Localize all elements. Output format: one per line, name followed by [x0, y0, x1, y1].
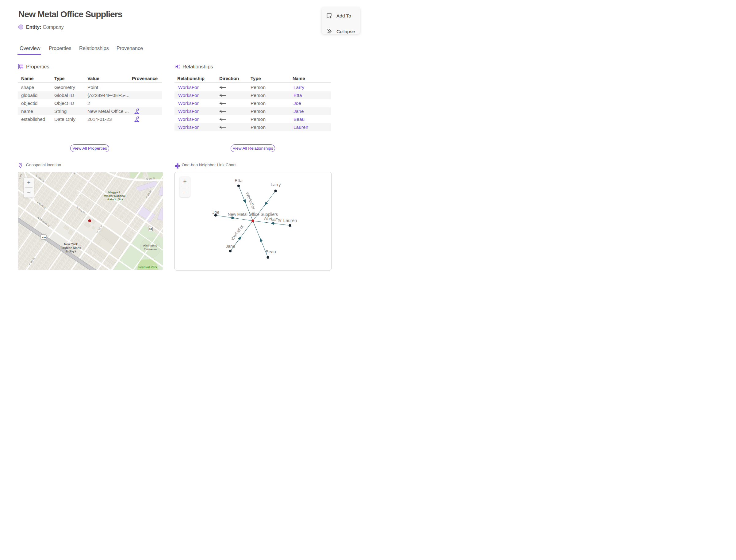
svg-text:New York: New York [64, 243, 78, 246]
svg-text:33: 33 [149, 228, 152, 231]
svg-text:Beau: Beau [266, 249, 276, 254]
svg-text:250: 250 [42, 236, 46, 239]
svg-text:Festival Park: Festival Park [138, 266, 157, 269]
svg-text:Jane: Jane [226, 244, 235, 249]
svg-text:Etta: Etta [235, 178, 243, 183]
svg-text:New Metal Office Suppliers: New Metal Office Suppliers [228, 212, 278, 217]
svg-text:& Boys: & Boys [66, 250, 76, 253]
svg-text:Fashion Mens: Fashion Mens [61, 246, 81, 250]
svg-text:WorksFor: WorksFor [245, 191, 256, 210]
svg-text:Richmond: Richmond [143, 244, 157, 247]
svg-text:Larry: Larry [270, 182, 281, 187]
svg-text:Historic Site: Historic Site [106, 198, 123, 201]
svg-text:Joe: Joe [212, 210, 219, 215]
svg-text:Walker National: Walker National [104, 194, 125, 198]
svg-text:Lauren: Lauren [283, 218, 297, 223]
svg-text:Maggie L.: Maggie L. [108, 191, 121, 194]
svg-text:WorksFor: WorksFor [230, 224, 245, 241]
svg-text:Coliseum: Coliseum [144, 248, 157, 251]
svg-text:WorksFor: WorksFor [263, 216, 282, 223]
